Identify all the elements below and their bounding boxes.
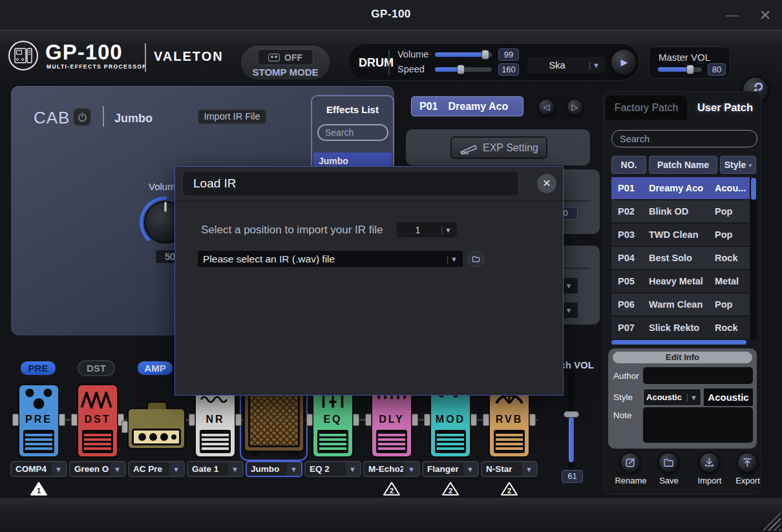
pedal-dst[interactable]: DST bbox=[76, 383, 119, 458]
position-select[interactable]: 1 | ▼ bbox=[397, 222, 457, 237]
browse-file-button[interactable] bbox=[468, 251, 484, 267]
dialog-divider bbox=[175, 200, 563, 202]
patch-library-panel: Factory Patch User Patch NO. Patch Name … bbox=[603, 91, 761, 495]
chevron-down-icon: ▼ bbox=[286, 462, 301, 476]
rename-icon bbox=[625, 457, 636, 468]
horizontal-scrollbar[interactable] bbox=[611, 340, 746, 345]
chevron-down-icon: ▼ bbox=[445, 226, 452, 234]
dropdown-divider: | bbox=[441, 226, 443, 235]
drum-style-value: Ska bbox=[527, 60, 587, 70]
import-button[interactable] bbox=[699, 452, 720, 473]
column-header-patch-name[interactable]: Patch Name bbox=[649, 156, 717, 174]
load-ir-dialog: Load IR × Select a position to import yo… bbox=[174, 166, 564, 396]
ir-file-select[interactable]: Please select an IR (.wav) file | ▼ bbox=[198, 251, 463, 267]
pedal-ribs bbox=[82, 430, 113, 453]
pill-pre[interactable]: PRE bbox=[19, 360, 57, 376]
dropdown-divider: | bbox=[447, 255, 449, 264]
stomp-mode-toggle[interactable]: OFF bbox=[257, 49, 313, 65]
stomp-mode-label: STOMP MODE bbox=[241, 67, 330, 78]
patch-vol-value: 61 bbox=[562, 470, 583, 483]
patch-search-input[interactable] bbox=[611, 130, 757, 147]
drum-speed-label: Speed bbox=[397, 64, 425, 74]
patch-row[interactable]: P06Warm CleanPop bbox=[611, 293, 750, 315]
dialog-title: Load IR bbox=[182, 171, 519, 197]
patch-row[interactable]: P04Best SoloRock bbox=[611, 247, 750, 269]
note-field[interactable] bbox=[643, 407, 753, 443]
pedal-cab[interactable] bbox=[243, 388, 305, 452]
drum-style-select[interactable]: Ska | ▼ bbox=[527, 57, 605, 73]
tab-factory-patch[interactable]: Factory Patch bbox=[606, 96, 687, 120]
master-volume-slider[interactable] bbox=[658, 67, 702, 72]
patch-vol-thumb[interactable] bbox=[564, 411, 579, 418]
export-button[interactable] bbox=[737, 452, 758, 473]
next-patch-button[interactable]: ▷ bbox=[566, 98, 584, 116]
patch-name: Dreamy Aco bbox=[448, 101, 508, 112]
tab-user-patch[interactable]: User Patch bbox=[690, 96, 760, 120]
power-icon bbox=[78, 112, 87, 122]
column-header-style[interactable]: Style ▾ bbox=[720, 156, 756, 174]
brand-company: VALETON bbox=[154, 49, 224, 64]
export-icon bbox=[742, 457, 753, 468]
vertical-scrollbar[interactable] bbox=[750, 176, 757, 341]
close-icon[interactable]: × bbox=[537, 174, 556, 193]
column-header-no[interactable]: NO. bbox=[611, 156, 646, 174]
pedal-face-label: MOD bbox=[431, 414, 470, 425]
svg-text:2: 2 bbox=[390, 487, 394, 495]
app-window: GP-100 — × GP-100 MULTI-EFFECTS PROCESSO… bbox=[0, 0, 782, 532]
patch-row[interactable]: P03TWD CleanPop bbox=[611, 224, 750, 246]
pedal-amp[interactable] bbox=[127, 407, 186, 450]
save-button[interactable] bbox=[658, 452, 679, 473]
drum-volume-value: 99 bbox=[498, 48, 519, 61]
drum-volume-slider[interactable] bbox=[435, 52, 492, 57]
style-label: Style bbox=[613, 392, 633, 402]
master-volume-label: Master VOL bbox=[659, 52, 710, 63]
author-field[interactable] bbox=[643, 367, 753, 384]
resize-grip-icon[interactable] bbox=[761, 511, 781, 531]
effects-search-input[interactable] bbox=[317, 124, 388, 141]
model-select-mod[interactable]: Flanger ▼ bbox=[422, 461, 479, 477]
pedal-face-label: RVB bbox=[490, 414, 529, 425]
brand-logo-icon bbox=[8, 41, 38, 70]
chevron-down-icon: ▼ bbox=[50, 462, 66, 476]
pedal-ribs bbox=[376, 430, 407, 453]
model-select-nr[interactable]: Gate 1 ▼ bbox=[187, 461, 244, 477]
pedal-pre[interactable]: PRE bbox=[17, 383, 60, 458]
model-select-dst[interactable]: Green OD ▼ bbox=[69, 461, 126, 477]
svg-text:1: 1 bbox=[37, 487, 41, 495]
pill-amp[interactable]: AMP bbox=[136, 360, 174, 376]
exp-setting-button[interactable]: EXP Setting bbox=[450, 136, 547, 159]
patch-number: P01 bbox=[419, 101, 438, 112]
chevron-down-icon: ▼ bbox=[690, 394, 697, 401]
pill-dst[interactable]: DST bbox=[78, 360, 115, 376]
model-select-eq[interactable]: EQ 2 ▼ bbox=[304, 461, 361, 477]
pedal-face-label: DLY bbox=[372, 414, 411, 425]
model-select-cab[interactable]: Jumbo ▼ bbox=[246, 461, 302, 477]
model-select-pre[interactable]: COMP4 ▼ bbox=[10, 461, 67, 477]
pedal-ribs bbox=[200, 430, 231, 453]
model-select-rvb[interactable]: N-Star ▼ bbox=[481, 461, 538, 477]
minimize-icon[interactable]: — bbox=[721, 5, 743, 25]
master-volume-value: 80 bbox=[708, 63, 726, 76]
patch-vol-fill bbox=[569, 417, 574, 462]
patch-row[interactable]: P01Dreamy AcoAcou... bbox=[611, 177, 750, 199]
patch-row[interactable]: P02Blink ODPop bbox=[611, 200, 750, 222]
drum-play-button[interactable]: ▶ bbox=[610, 48, 637, 76]
import-ir-file-button[interactable]: Import IR File bbox=[197, 109, 267, 125]
chevron-down-icon: ▼ bbox=[344, 462, 360, 476]
drum-speed-value: 160 bbox=[498, 63, 519, 76]
model-select-amp[interactable]: AC Pre ▼ bbox=[128, 461, 185, 477]
rename-button[interactable] bbox=[620, 452, 641, 473]
patch-row[interactable]: P05Heavy MetalMetal bbox=[611, 270, 750, 292]
pedal-face-label: NR bbox=[196, 414, 235, 425]
current-patch-display[interactable]: P01 Dreamy Aco bbox=[411, 96, 523, 116]
drum-speed-slider[interactable] bbox=[435, 67, 492, 72]
cab-power-button[interactable] bbox=[72, 107, 92, 127]
model-select-dly[interactable]: M-Echo2 ▼ bbox=[363, 461, 420, 477]
previous-patch-button[interactable]: ◁ bbox=[538, 98, 555, 116]
patch-row[interactable]: P07Slick RektoRock bbox=[611, 317, 750, 339]
brand-model: GP-100 bbox=[45, 40, 123, 65]
style-select[interactable]: Acoustic | ▼ bbox=[643, 388, 701, 406]
chevron-down-icon: ▼ bbox=[168, 462, 184, 476]
exp-panel: EXP Setting bbox=[406, 129, 590, 165]
close-icon[interactable]: × bbox=[754, 3, 777, 27]
